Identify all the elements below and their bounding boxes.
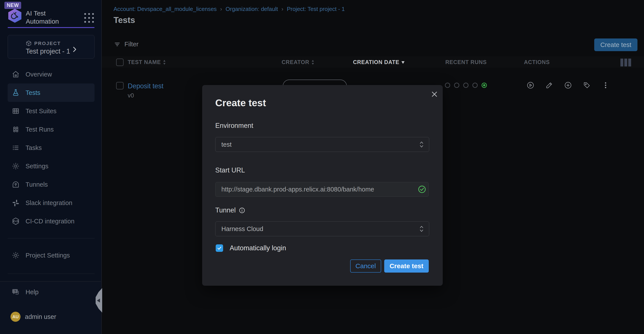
auto-login-label: Automatically login bbox=[230, 244, 286, 252]
create-test-button-top[interactable]: Create test bbox=[594, 39, 638, 51]
sidebar-item-test-suites[interactable]: Test Suites bbox=[8, 102, 94, 120]
breadcrumb-account[interactable]: Account: Devspace_all_module_licenses bbox=[114, 6, 217, 13]
new-badge: NEW bbox=[4, 2, 21, 9]
sidebar-item-test-runs[interactable]: Test Runs bbox=[8, 120, 94, 139]
breadcrumb-separator: › bbox=[282, 6, 283, 13]
check-icon bbox=[217, 245, 222, 251]
sidebar-item-label: Overview bbox=[26, 71, 52, 78]
test-name-link[interactable]: Deposit test bbox=[128, 82, 164, 90]
sidebar-item-cicd-integration[interactable]: CI-CD integration bbox=[8, 212, 94, 230]
app-logo bbox=[8, 9, 22, 23]
cancel-button[interactable]: Cancel bbox=[350, 259, 381, 273]
sidebar-item-label: Tunnels bbox=[26, 181, 48, 188]
run-test-icon[interactable] bbox=[526, 81, 534, 89]
app-title: AI Test Automation bbox=[26, 9, 59, 25]
user-name: admin user bbox=[25, 313, 56, 320]
sort-icon bbox=[311, 59, 314, 65]
run-status-dot[interactable] bbox=[454, 83, 459, 88]
edit-icon[interactable] bbox=[545, 81, 553, 89]
auto-login-row: Automatically login bbox=[216, 244, 286, 252]
project-label: PROJECT bbox=[34, 41, 61, 46]
sidebar-bottom-panel: ? Help AU admin user bbox=[0, 281, 101, 334]
sidebar-item-slack-integration[interactable]: Slack integration bbox=[8, 194, 94, 212]
tunnel-label: Tunnel bbox=[215, 206, 245, 214]
sidebar-item-project-settings[interactable]: Project Settings bbox=[8, 246, 94, 264]
column-header-recent-runs: RECENT RUNS bbox=[445, 59, 486, 65]
sidebar-item-tests[interactable]: Tests bbox=[8, 84, 94, 102]
sidebar-item-overview[interactable]: Overview bbox=[8, 65, 94, 84]
add-icon[interactable] bbox=[564, 81, 572, 89]
home-icon bbox=[12, 70, 20, 78]
sidebar-item-label: Settings bbox=[26, 163, 48, 170]
app-window: NEW AI Test Automation PROJECT T bbox=[0, 0, 644, 334]
sidebar-item-tunnels[interactable]: Tunnels bbox=[8, 175, 94, 194]
cube-icon bbox=[26, 41, 32, 46]
tunnel-select[interactable]: Harness Cloud bbox=[215, 221, 429, 236]
column-header-test-name[interactable]: TEST NAME bbox=[128, 59, 166, 65]
column-header-creation-date[interactable]: CREATION DATE bbox=[353, 59, 405, 65]
filter-label: Filter bbox=[124, 41, 138, 48]
help-label: Help bbox=[26, 288, 39, 296]
row-checkbox[interactable] bbox=[116, 82, 124, 89]
select-all-checkbox[interactable] bbox=[116, 59, 124, 66]
select-chevrons-icon bbox=[419, 225, 424, 234]
run-status-dot[interactable] bbox=[472, 83, 478, 88]
page-title: Tests bbox=[114, 15, 135, 25]
chevron-right-icon bbox=[72, 46, 77, 54]
sidebar-item-label: Tests bbox=[26, 89, 40, 96]
auto-login-checkbox[interactable] bbox=[216, 244, 223, 252]
sort-desc-icon bbox=[401, 61, 405, 64]
brand-divider bbox=[8, 27, 94, 28]
breadcrumb-separator: › bbox=[220, 6, 222, 13]
select-chevrons-icon bbox=[419, 140, 424, 149]
sidebar-footer-nav: Project Settings bbox=[8, 246, 94, 264]
filter-icon bbox=[114, 41, 120, 48]
run-status-dot[interactable] bbox=[445, 83, 450, 88]
gear-icon bbox=[12, 251, 20, 259]
user-menu[interactable]: AU admin user bbox=[10, 312, 56, 322]
project-selector[interactable]: PROJECT Test project - 1 bbox=[8, 35, 94, 59]
table-header: TEST NAME CREATOR CREATION DATE RECENT R… bbox=[102, 56, 644, 68]
columns-icon bbox=[12, 125, 20, 133]
sidebar-item-tasks[interactable]: Tasks bbox=[8, 139, 94, 157]
sidebar-item-label: Project Settings bbox=[26, 252, 70, 259]
sidebar-item-label: CI-CD integration bbox=[26, 218, 74, 225]
tunnel-icon bbox=[12, 180, 20, 189]
column-header-creator[interactable]: CREATOR bbox=[282, 59, 314, 65]
gear-icon bbox=[12, 162, 20, 170]
breadcrumb-project[interactable]: Project: Test project - 1 bbox=[287, 6, 345, 13]
sidebar-item-label: Test Runs bbox=[26, 126, 54, 133]
flask-icon bbox=[12, 89, 20, 97]
column-settings-icon[interactable] bbox=[620, 59, 631, 66]
start-url-label: Start URL bbox=[215, 166, 245, 174]
create-test-submit-button[interactable]: Create test bbox=[384, 259, 429, 273]
sidebar-nav: Overview Tests Test Suites Test Runs bbox=[8, 65, 94, 230]
info-icon[interactable] bbox=[239, 207, 245, 214]
help-button[interactable]: ? Help bbox=[12, 288, 39, 296]
column-header-actions: ACTIONS bbox=[524, 59, 550, 65]
app-switcher-icon[interactable] bbox=[84, 12, 95, 25]
url-valid-check-icon bbox=[418, 185, 426, 194]
svg-text:?: ? bbox=[14, 289, 16, 293]
breadcrumb-organization[interactable]: Organization: default bbox=[226, 6, 278, 13]
more-menu-icon[interactable] bbox=[602, 81, 610, 89]
environment-value: test bbox=[221, 141, 232, 148]
tag-icon[interactable] bbox=[583, 81, 591, 89]
create-test-modal: Create test Environment test Start URL T… bbox=[202, 85, 443, 286]
breadcrumb: Account: Devspace_all_module_licenses › … bbox=[114, 6, 345, 13]
environment-select[interactable]: test bbox=[215, 137, 429, 152]
slack-icon bbox=[12, 199, 20, 207]
modal-title: Create test bbox=[215, 97, 266, 109]
link-hex-icon bbox=[12, 217, 20, 225]
close-icon[interactable] bbox=[430, 89, 439, 99]
sidebar-item-settings[interactable]: Settings bbox=[8, 157, 94, 175]
filter-button[interactable]: Filter bbox=[114, 41, 138, 48]
run-status-dot-passed[interactable] bbox=[482, 83, 487, 88]
test-version: v0 bbox=[128, 92, 134, 99]
recent-runs bbox=[445, 83, 487, 88]
row-actions bbox=[526, 81, 610, 89]
start-url-input[interactable] bbox=[215, 182, 429, 197]
sidebar: NEW AI Test Automation PROJECT T bbox=[0, 0, 102, 334]
sidebar-item-label: Test Suites bbox=[26, 108, 56, 115]
run-status-dot[interactable] bbox=[463, 83, 468, 88]
